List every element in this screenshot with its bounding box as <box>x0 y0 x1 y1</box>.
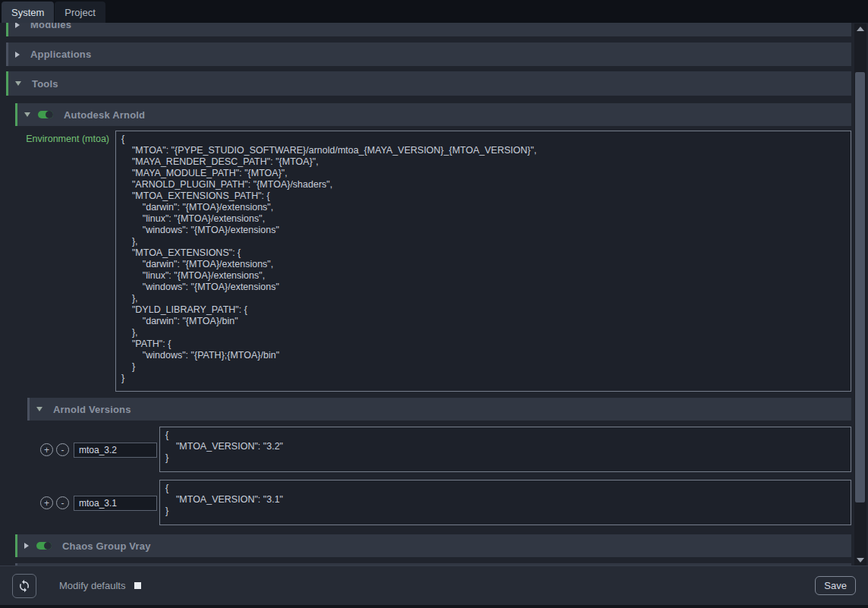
subsection-header-arnold[interactable]: Autodesk Arnold <box>15 103 851 126</box>
version-json-textarea[interactable] <box>159 427 851 472</box>
modify-defaults-label: Modify defaults <box>59 580 125 591</box>
section-header-modules[interactable]: Modules <box>6 23 851 36</box>
add-version-button[interactable]: + <box>40 496 53 509</box>
remove-version-button[interactable]: - <box>56 443 69 456</box>
chevron-right-icon <box>24 543 29 549</box>
settings-scroll-area[interactable]: Modules Applications Tools Autodesk Arno… <box>0 23 868 565</box>
modify-defaults-checkbox[interactable] <box>134 582 141 589</box>
scrollbar-thumb[interactable] <box>855 72 865 502</box>
window-bottom-edge <box>0 605 868 608</box>
chevron-right-icon <box>15 52 20 58</box>
section-title: Modules <box>30 23 71 30</box>
refresh-icon <box>17 579 31 593</box>
environment-json-textarea[interactable] <box>115 131 851 392</box>
version-name-input[interactable] <box>74 496 157 511</box>
add-version-button[interactable]: + <box>40 443 53 456</box>
subsection-title: Chaos Group Vray <box>62 540 151 552</box>
arrow-down-icon <box>857 558 864 562</box>
save-button[interactable]: Save <box>815 576 856 595</box>
subsection-header-vray[interactable]: Chaos Group Vray <box>15 534 851 557</box>
toggle-knob <box>46 111 53 118</box>
vertical-scrollbar[interactable] <box>854 24 866 565</box>
vray-enabled-toggle[interactable] <box>36 542 52 550</box>
subsection-title: Arnold Versions <box>53 404 131 415</box>
scrollbar-up-button[interactable] <box>854 24 866 34</box>
section-title: Tools <box>32 78 58 90</box>
remove-version-button[interactable]: - <box>56 496 69 509</box>
chevron-down-icon <box>15 81 21 86</box>
arnold-enabled-toggle[interactable] <box>38 111 53 118</box>
footer-bar: Modify defaults Save <box>0 565 868 605</box>
chevron-right-icon <box>15 23 20 28</box>
tab-bar: System Project <box>0 0 868 23</box>
tab-system[interactable]: System <box>2 2 54 23</box>
version-json-textarea[interactable] <box>159 480 851 525</box>
environment-mtoa-label: Environment (mtoa) <box>3 134 109 144</box>
subsection-header-arnold-versions[interactable]: Arnold Versions <box>27 398 851 421</box>
chevron-down-icon <box>36 407 42 411</box>
section-header-tools[interactable]: Tools <box>6 71 851 96</box>
refresh-button[interactable] <box>12 574 36 598</box>
version-name-input[interactable] <box>74 443 157 458</box>
settings-window: System Project Modules Applications Tool… <box>0 0 868 608</box>
subsection-title: Autodesk Arnold <box>64 109 145 121</box>
section-header-applications[interactable]: Applications <box>6 43 851 66</box>
scrollbar-down-button[interactable] <box>854 555 866 565</box>
arrow-up-icon <box>857 27 864 31</box>
toggle-knob <box>44 542 52 550</box>
chevron-down-icon <box>24 112 30 117</box>
tab-project[interactable]: Project <box>55 2 105 23</box>
section-title: Applications <box>30 49 91 60</box>
